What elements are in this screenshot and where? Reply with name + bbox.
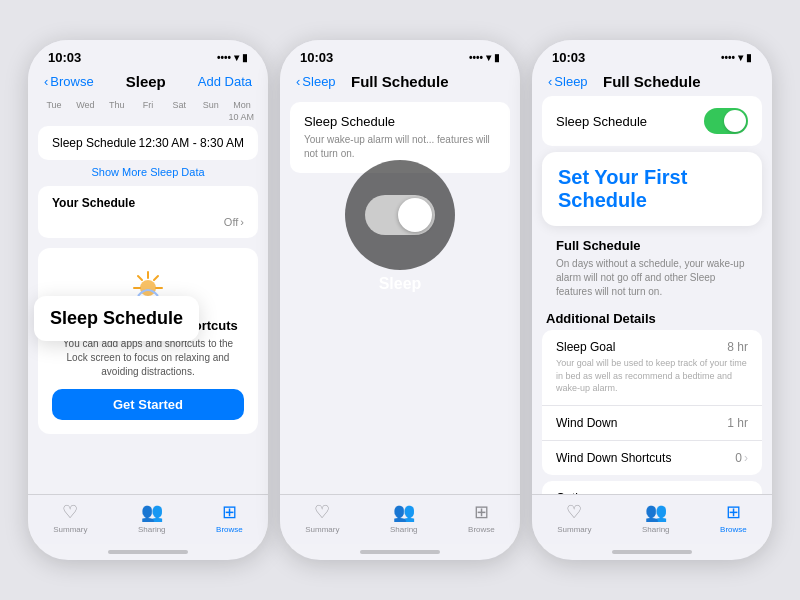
off-badge: Off ›	[224, 216, 244, 228]
wifi-icon: ▾	[234, 52, 239, 63]
browse-label-2: Browse	[468, 525, 495, 534]
sharing-icon-3: 👥	[645, 501, 667, 523]
your-schedule-section: Your Schedule Off ›	[38, 186, 258, 238]
home-indicator-3	[532, 544, 772, 560]
sharing-label: Sharing	[138, 525, 166, 534]
add-data-button[interactable]: Add Data	[198, 74, 252, 89]
nav-bar-1: ‹ Browse Sleep Add Data	[28, 69, 268, 96]
phone-1: 10:03 •••• ▾ ▮ ‹ Browse Sleep Add Data T…	[28, 40, 268, 560]
wind-down-label-3: Wind Down	[556, 416, 617, 430]
chevron-left-icon-2: ‹	[296, 74, 300, 89]
nav-title-2: Full Schedule	[351, 73, 449, 90]
sleep-overlay-label: Sleep	[379, 275, 422, 293]
svg-line-5	[154, 276, 158, 280]
tab-bar-3: ♡ Summary 👥 Sharing ⊞ Browse	[532, 494, 772, 544]
nav-back-3[interactable]: ‹ Sleep	[548, 74, 588, 89]
phone-2: 10:03 •••• ▾ ▮ ‹ Sleep Full Schedule Sle…	[280, 40, 520, 560]
signal-icon-2: ••••	[469, 52, 483, 63]
status-icons-2: •••• ▾ ▮	[469, 52, 500, 63]
nav-bar-2: ‹ Sleep Full Schedule	[280, 69, 520, 96]
chevron-right-options: ›	[744, 491, 748, 494]
tab-browse-1[interactable]: ⊞ Browse	[216, 501, 243, 534]
tab-sharing-2[interactable]: 👥 Sharing	[390, 501, 418, 534]
additional-details-header: Additional Details	[532, 305, 772, 330]
browse-label: Browse	[216, 525, 243, 534]
svg-point-0	[140, 280, 156, 296]
sleep-schedule-card: Sleep Schedule 12:30 AM - 8:30 AM	[38, 126, 258, 160]
tab-sharing-1[interactable]: 👥 Sharing	[138, 501, 166, 534]
summary-icon: ♡	[62, 501, 78, 523]
signal-icon: ••••	[217, 52, 231, 63]
sleep-schedule-label: Sleep Schedule	[52, 136, 136, 150]
chevron-left-icon-3: ‹	[548, 74, 552, 89]
status-icons-1: •••• ▾ ▮	[217, 52, 248, 63]
browse-icon: ⊞	[222, 501, 237, 523]
wind-down-value: 1 hr	[727, 416, 748, 430]
signal-icon-3: ••••	[721, 52, 735, 63]
summary-icon-3: ♡	[566, 501, 582, 523]
nav-back-1[interactable]: ‹ Browse	[44, 74, 94, 89]
summary-icon-2: ♡	[314, 501, 330, 523]
tab-summary-1[interactable]: ♡ Summary	[53, 501, 87, 534]
tab-summary-2[interactable]: ♡ Summary	[305, 501, 339, 534]
status-time-2: 10:03	[300, 50, 333, 65]
time-indicator: 10 AM	[28, 112, 268, 122]
browse-icon-2: ⊞	[474, 501, 489, 523]
tab-sharing-3[interactable]: 👥 Sharing	[642, 501, 670, 534]
nav-back-2[interactable]: ‹ Sleep	[296, 74, 336, 89]
toggle-large[interactable]	[365, 195, 435, 235]
chevron-left-icon: ‹	[44, 74, 48, 89]
screen-2: Sleep Schedule Your wake-up alarm will n…	[280, 96, 520, 494]
summary-label: Summary	[53, 525, 87, 534]
tab-browse-2[interactable]: ⊞ Browse	[468, 501, 495, 534]
summary-label-3: Summary	[557, 525, 591, 534]
status-bar-2: 10:03 •••• ▾ ▮	[280, 40, 520, 69]
tab-summary-3[interactable]: ♡ Summary	[557, 501, 591, 534]
sharing-label-3: Sharing	[642, 525, 670, 534]
phone-3: 10:03 •••• ▾ ▮ ‹ Sleep Full Schedule Sle…	[532, 40, 772, 560]
nav-bar-3: ‹ Sleep Full Schedule	[532, 69, 772, 96]
options-card[interactable]: Options ›	[542, 481, 762, 494]
sleep-goal-value: 8 hr	[727, 340, 748, 354]
sharing-icon-2: 👥	[393, 501, 415, 523]
chevron-right-shortcuts: ›	[744, 451, 748, 465]
wind-down-section: Set Up Wind Down Shortcuts You can add a…	[38, 248, 258, 434]
sleep-time-range: 12:30 AM - 8:30 AM	[139, 136, 244, 150]
home-indicator-1	[28, 544, 268, 560]
tab-browse-3[interactable]: ⊞ Browse	[720, 501, 747, 534]
full-schedule-desc: On days without a schedule, your wake-up…	[532, 257, 772, 305]
days-row: Tue Wed Thu Fri Sat Sun Mon	[28, 96, 268, 112]
sleep-schedule-label-3: Sleep Schedule	[556, 114, 647, 129]
browse-icon-3: ⊞	[726, 501, 741, 523]
sleep-goal-label: Sleep Goal	[556, 340, 615, 354]
status-time-3: 10:03	[552, 50, 585, 65]
get-started-button[interactable]: Get Started	[52, 389, 244, 420]
svg-line-4	[138, 276, 142, 280]
tab-bar-2: ♡ Summary 👥 Sharing ⊞ Browse	[280, 494, 520, 544]
home-indicator-2	[280, 544, 520, 560]
status-icons-3: •••• ▾ ▮	[721, 52, 752, 63]
status-bar-3: 10:03 •••• ▾ ▮	[532, 40, 772, 69]
first-schedule-title[interactable]: Set Your First Schedule	[558, 166, 746, 212]
sleep-schedule-tooltip: Sleep Schedule	[34, 296, 199, 341]
schedule-row: Off ›	[52, 216, 244, 228]
battery-icon: ▮	[242, 52, 248, 63]
wind-down-shortcuts-label: Wind Down Shortcuts	[556, 451, 671, 465]
sleep-schedule-label-2: Sleep Schedule	[304, 114, 496, 129]
sharing-label-2: Sharing	[390, 525, 418, 534]
tab-bar-1: ♡ Summary 👥 Sharing ⊞ Browse	[28, 494, 268, 544]
your-schedule-label: Your Schedule	[52, 196, 244, 210]
show-more-link[interactable]: Show More Sleep Data	[28, 166, 268, 178]
wifi-icon-2: ▾	[486, 52, 491, 63]
details-list: Sleep Goal 8 hr Your goal will be used t…	[542, 330, 762, 475]
detail-wind-down: Wind Down 1 hr	[542, 406, 762, 441]
full-schedule-header: Full Schedule	[532, 232, 772, 257]
screen-1: Tue Wed Thu Fri Sat Sun Mon 10 AM Sleep …	[28, 96, 268, 494]
toggle-note: Your wake-up alarm will not... features …	[304, 133, 496, 161]
sleep-toggle[interactable]	[704, 108, 748, 134]
wifi-icon-3: ▾	[738, 52, 743, 63]
wind-down-shortcuts-value: 0 ›	[735, 451, 748, 465]
nav-title-3: Full Schedule	[603, 73, 701, 90]
wind-down-desc: You can add apps and shortcuts to the Lo…	[52, 337, 244, 379]
first-schedule-bubble: Set Your First Schedule	[542, 152, 762, 226]
